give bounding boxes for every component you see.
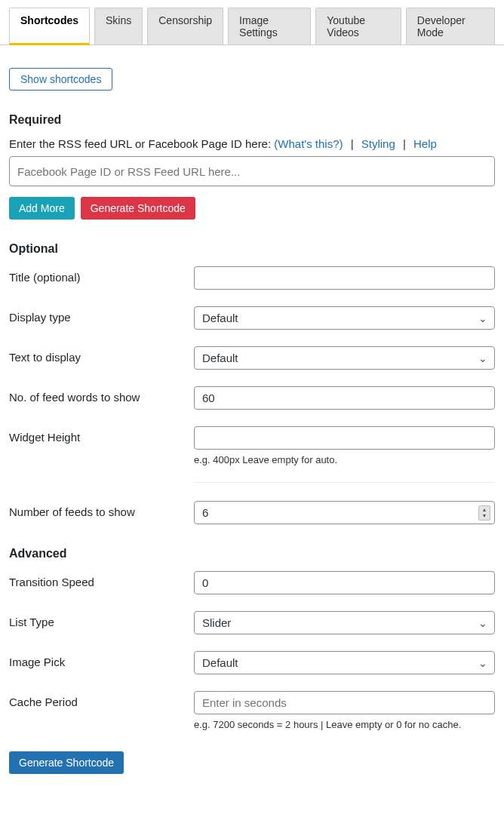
advanced-heading: Advanced <box>9 547 495 560</box>
tab-youtube-videos[interactable]: Youtube Videos <box>315 8 401 45</box>
display-type-label: Display type <box>9 306 194 324</box>
divider <box>194 482 495 483</box>
generate-shortcode-footer-button[interactable]: Generate Shortcode <box>9 751 124 774</box>
required-heading: Required <box>9 113 495 127</box>
tab-bar: Shortcodes Skins Censorship Image Settin… <box>0 0 504 45</box>
styling-link[interactable]: Styling <box>361 137 395 150</box>
feed-words-input[interactable] <box>194 386 495 410</box>
list-type-label: List Type <box>9 611 194 628</box>
tab-developer-mode[interactable]: Developer Mode <box>406 8 495 45</box>
tab-image-settings[interactable]: Image Settings <box>228 8 311 45</box>
feed-words-label: No. of feed words to show <box>9 386 194 404</box>
display-type-select[interactable]: Default <box>194 306 495 330</box>
whats-this-link[interactable]: (What's this?) <box>274 137 343 150</box>
widget-height-label: Widget Height <box>9 426 194 444</box>
show-shortcodes-button[interactable]: Show shortcodes <box>9 68 112 91</box>
separator: | <box>348 137 357 150</box>
transition-speed-label: Transition Speed <box>9 571 194 588</box>
tab-content: Show shortcodes Required Enter the RSS f… <box>0 45 504 797</box>
number-spinner-icon[interactable]: ▴▾ <box>478 505 490 521</box>
tab-skins[interactable]: Skins <box>94 8 143 45</box>
widget-height-helper: e.g. 400px Leave empty for auto. <box>194 454 495 465</box>
cache-period-label: Cache Period <box>9 691 194 708</box>
transition-speed-input[interactable] <box>194 571 495 594</box>
feed-url-input[interactable] <box>9 156 495 186</box>
separator: | <box>400 137 409 150</box>
text-to-display-label: Text to display <box>9 346 194 364</box>
help-link[interactable]: Help <box>413 137 437 150</box>
cache-period-input[interactable] <box>194 691 495 714</box>
title-input[interactable] <box>194 266 495 290</box>
feed-url-prompt-text: Enter the RSS feed URL or Facebook Page … <box>9 137 274 150</box>
tab-censorship[interactable]: Censorship <box>147 8 223 45</box>
image-pick-label: Image Pick <box>9 651 194 668</box>
feed-url-prompt: Enter the RSS feed URL or Facebook Page … <box>9 137 495 150</box>
generate-shortcode-button[interactable]: Generate Shortcode <box>81 197 195 220</box>
widget-height-input[interactable] <box>194 426 495 450</box>
text-to-display-select[interactable]: Default <box>194 346 495 370</box>
title-label: Title (optional) <box>9 266 194 284</box>
list-type-select[interactable]: Slider <box>194 611 495 634</box>
num-feeds-label: Number of feeds to show <box>9 501 194 518</box>
image-pick-select[interactable]: Default <box>194 651 495 674</box>
tab-shortcodes[interactable]: Shortcodes <box>9 8 90 45</box>
add-more-button[interactable]: Add More <box>9 197 75 220</box>
cache-period-helper: e.g. 7200 seconds = 2 hours | Leave empt… <box>194 719 495 730</box>
optional-heading: Optional <box>9 242 495 256</box>
num-feeds-input[interactable] <box>194 501 495 524</box>
